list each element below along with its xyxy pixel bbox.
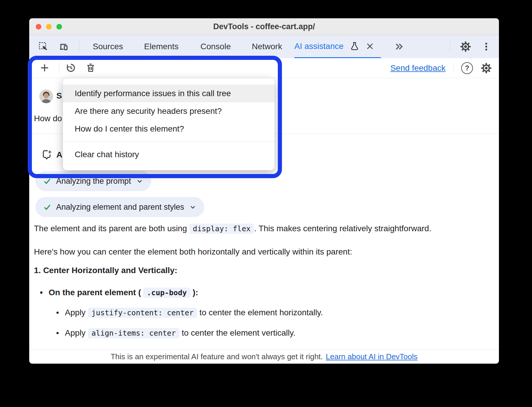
answer-paragraph-1: The element and its parent are both usin… [34,224,431,233]
assistant-name: A [56,150,62,160]
toolbar-right-divider [453,63,453,74]
kebab-menu-icon[interactable] [481,42,491,52]
answer-bullet: On the parent element ( .cup-body ): [40,288,198,297]
menu-item-security-headers[interactable]: Are there any security headers present? [63,102,275,120]
new-chat-icon[interactable] [39,62,50,73]
step-label: Analyzing element and parent styles [56,203,184,212]
help-icon[interactable]: ? [461,62,473,74]
ai-assistance-toolbar: Send feedback ? [29,58,499,78]
check-icon [43,203,51,211]
tab-ai-assistance-label: AI assistance [294,42,344,51]
send-feedback-link[interactable]: Send feedback [390,63,445,73]
tab-sources[interactable]: Sources [93,35,123,58]
traffic-lights [36,24,62,29]
learn-about-ai-link[interactable]: Learn about AI in DevTools [326,352,418,361]
toolbar-divider [59,62,59,73]
tab-network[interactable]: Network [252,35,282,58]
chevron-down-icon [136,177,143,185]
history-icon[interactable] [65,62,76,73]
devtools-window: DevTools - coffee-cart.app/ Sources Elem… [29,18,499,364]
inline-code: display: flex [189,224,254,234]
tabbar-right-divider [450,41,450,52]
menu-item-clear-history[interactable]: Clear chat history [63,146,275,163]
inline-code: .cup-body [143,288,190,298]
ai-settings-gear-icon[interactable] [481,63,492,74]
menu-item-center-element[interactable]: How do I center this element? [63,120,275,138]
inline-code: justify-content: center [88,308,197,318]
menu-separator [63,142,275,142]
step-label: Analyzing the prompt [56,177,131,186]
inline-code: align-items: center [88,328,179,338]
inspect-element-icon[interactable] [38,41,49,52]
delete-chat-icon[interactable] [85,62,96,73]
gear-icon[interactable] [460,41,471,52]
tabbar-divider [79,41,79,52]
close-window-button[interactable] [36,24,41,29]
answer-sub-bullet-1: Apply justify-content: center to center … [56,308,323,317]
titlebar: DevTools - coffee-cart.app/ [29,18,499,35]
ai-spark-icon [41,149,53,161]
tab-elements[interactable]: Elements [144,35,179,58]
answer-heading: 1. Center Horizontally and Vertically: [34,266,177,275]
chevron-down-icon [189,203,197,211]
answer-sub-bullet-2: Apply align-items: center to center the … [56,328,296,338]
tab-ai-assistance[interactable]: AI assistance [294,35,381,58]
disclaimer-footer: This is an experimental AI feature and w… [29,349,499,364]
menu-item-performance[interactable]: Identify performance issues in this call… [63,85,275,102]
close-tab-icon[interactable] [365,42,374,51]
check-icon [43,177,51,185]
window-title: DevTools - coffee-cart.app/ [213,22,315,31]
disclaimer-text: This is an experimental AI feature and w… [111,352,323,361]
answer-paragraph-2: Here's how you can center the element bo… [34,247,352,257]
zoom-window-button[interactable] [56,24,62,29]
user-avatar [39,89,53,103]
step-analyzing-styles[interactable]: Analyzing element and parent styles [35,197,204,217]
beaker-icon [350,41,360,51]
history-dropdown-menu: Identify performance issues in this call… [63,78,275,170]
devtools-tabbar: Sources Elements Console Network AI assi… [29,35,499,58]
tab-console[interactable]: Console [200,35,231,58]
more-tabs-icon[interactable] [394,41,404,52]
user-name: S [56,91,62,101]
minimize-window-button[interactable] [46,24,52,29]
device-toolbar-icon[interactable] [58,41,69,52]
step-analyzing-prompt[interactable]: Analyzing the prompt [35,171,151,191]
